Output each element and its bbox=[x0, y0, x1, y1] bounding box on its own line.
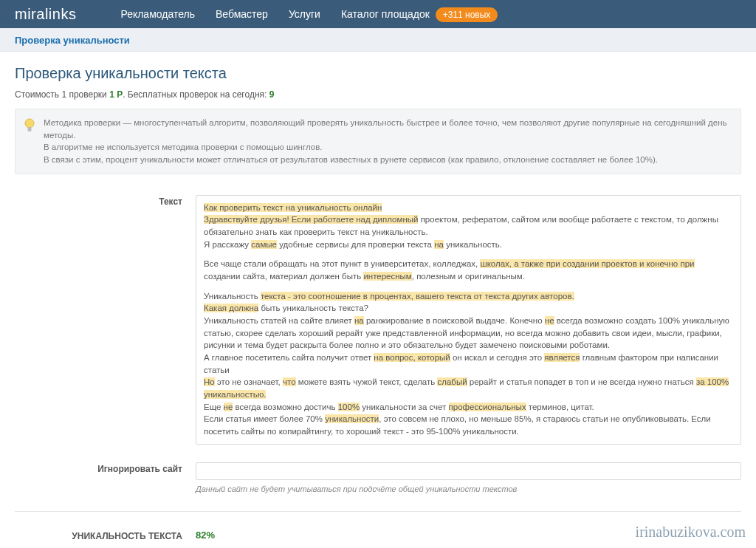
page: Проверка уникальности текста Стоимость 1… bbox=[0, 52, 756, 548]
highlighted-text: интересным bbox=[363, 272, 411, 281]
text-run: можете взять чужой текст, сделать bbox=[296, 377, 438, 386]
row-uniqueness: УНИКАЛЬНОСТЬ ТЕКСТА 82% bbox=[15, 530, 741, 541]
text-run: Уникальность bbox=[204, 292, 261, 301]
method-line-2: В алгоритме не используется методика про… bbox=[44, 141, 732, 154]
highlighted-text: текста - это соотношение в процентах, ва… bbox=[261, 292, 574, 301]
highlighted-text: на вопрос, который bbox=[374, 353, 450, 362]
text-run: А главное посетитель сайта получит ответ bbox=[204, 353, 374, 362]
separator bbox=[15, 511, 741, 512]
highlighted-text: не bbox=[545, 316, 554, 325]
row-ignore-site: Игнорировать сайт Данный сайт не будет у… bbox=[15, 462, 741, 493]
nav-catalog[interactable]: Каталог площадок +311 новых bbox=[341, 8, 498, 20]
highlighted-text: Какая должна bbox=[204, 304, 258, 312]
text-run: Я расскажу bbox=[204, 240, 251, 249]
highlighted-text: не bbox=[224, 403, 233, 411]
breadcrumb[interactable]: Проверка уникальности bbox=[15, 35, 130, 46]
text-paragraph: Уникальность текста - это соотношение в … bbox=[204, 290, 733, 438]
text-run: Если статья имеет более 70% bbox=[204, 414, 325, 423]
text-paragraph: Как проверить текст на уникальность онла… bbox=[204, 202, 733, 251]
text-run: быть уникальность текста? bbox=[258, 304, 368, 312]
text-run: Уникальность статей на сайте влияет bbox=[204, 316, 354, 325]
ignore-site-hint: Данный сайт не будет учитываться при под… bbox=[196, 484, 741, 493]
cost-p2: . Бесплатных проверок на сегодня: bbox=[123, 89, 269, 100]
highlighted-text: самые bbox=[251, 240, 277, 249]
highlighted-text: является bbox=[544, 353, 580, 362]
page-title: Проверка уникальности текста bbox=[15, 65, 741, 82]
text-run: Все чаще стали обращать на этот пункт в … bbox=[204, 259, 480, 268]
highlighted-text: Здравствуйте друзья! Если работаете bbox=[204, 215, 356, 224]
text-run: уникальности за счет bbox=[360, 403, 448, 411]
highlighted-text: слабый bbox=[437, 377, 467, 386]
highlighted-text: Как проверить текст на уникальность онла… bbox=[204, 203, 382, 212]
ignore-site-input[interactable] bbox=[196, 462, 741, 480]
text-run: это не означает, bbox=[215, 377, 283, 386]
text-run: он искал и сегодня это bbox=[450, 353, 545, 362]
topbar: miralinks Рекламодатель Вебмастер Услуги… bbox=[0, 0, 756, 28]
text-paragraph: Все чаще стали обращать на этот пункт в … bbox=[204, 258, 733, 282]
cost-free: 9 bbox=[269, 89, 275, 100]
highlighted-text: профессиональных bbox=[449, 403, 526, 411]
method-box: Методика проверки — многоступенчатый алг… bbox=[15, 109, 741, 174]
method-line-3: В связи с этим, процент уникальности мож… bbox=[44, 154, 732, 166]
label-text: Текст bbox=[15, 195, 196, 207]
cost-line: Стоимость 1 проверки 1 Р. Бесплатных про… bbox=[15, 89, 741, 100]
text-run: Еще bbox=[204, 403, 224, 411]
highlighted-text: Но bbox=[204, 377, 215, 386]
method-line-1: Методика проверки — многоступенчатый алг… bbox=[44, 117, 732, 141]
uniqueness-value: 82% bbox=[196, 530, 215, 541]
highlighted-text: уникальности bbox=[325, 414, 379, 423]
row-text: Текст Как проверить текст на уникальност… bbox=[15, 195, 741, 445]
top-nav: Рекламодатель Вебмастер Услуги Каталог п… bbox=[120, 8, 498, 20]
text-content: Как проверить текст на уникальность онла… bbox=[196, 195, 741, 445]
svg-rect-1 bbox=[28, 127, 32, 131]
text-run: всегда возможно достичь bbox=[233, 403, 337, 411]
text-run: удобные сервисы для проверки текста bbox=[277, 240, 434, 249]
text-run: рерайт и статья попадет в топ и не всегд… bbox=[467, 377, 696, 386]
highlighted-text: над дипломный bbox=[356, 215, 418, 224]
logo: miralinks bbox=[15, 6, 76, 23]
svg-point-0 bbox=[25, 119, 34, 128]
text-run: терминов, цитат. bbox=[526, 403, 594, 411]
label-ignore-site: Игнорировать сайт bbox=[15, 462, 196, 474]
nav-webmaster[interactable]: Вебмастер bbox=[216, 8, 268, 20]
breadcrumb-bar: Проверка уникальности bbox=[0, 28, 756, 52]
highlighted-text: на bbox=[354, 316, 364, 325]
text-run: создании сайта, материал должен быть bbox=[204, 272, 363, 281]
nav-catalog-label: Каталог площадок bbox=[341, 8, 430, 20]
cost-price: 1 Р bbox=[109, 89, 123, 100]
nav-services[interactable]: Услуги bbox=[289, 8, 320, 20]
nav-advertiser[interactable]: Рекламодатель bbox=[120, 8, 195, 20]
highlighted-text: на bbox=[434, 240, 444, 249]
cost-p1: Стоимость 1 проверки bbox=[15, 89, 109, 100]
text-run: ранжирование в поисковой выдаче. Конечно bbox=[364, 316, 545, 325]
highlighted-text: 100% bbox=[338, 403, 360, 411]
highlighted-text: школах, а также при создании проектов и … bbox=[480, 259, 694, 268]
highlighted-text: что bbox=[283, 377, 296, 386]
text-run: , полезным и оригинальным. bbox=[412, 272, 525, 281]
lightbulb-icon bbox=[23, 117, 36, 134]
label-uniqueness: УНИКАЛЬНОСТЬ ТЕКСТА bbox=[15, 530, 196, 541]
badge-new: +311 новых bbox=[436, 7, 498, 22]
text-run: уникальность. bbox=[444, 240, 502, 249]
